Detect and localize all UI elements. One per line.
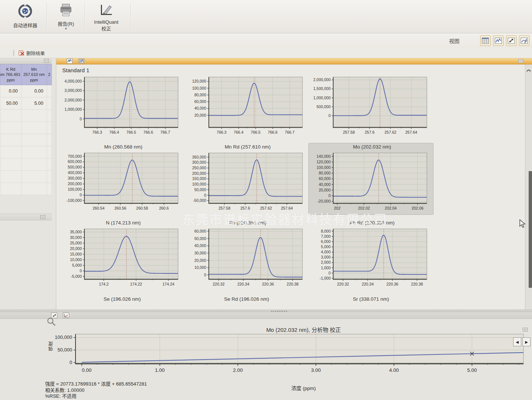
collapse-pane-button[interactable] [40,215,45,219]
svg-text:202.06: 202.06 [412,206,424,210]
scroll-up-arrow[interactable] [526,67,532,73]
svg-text:20,000: 20,000 [319,188,331,192]
svg-text:60,000: 60,000 [319,176,331,181]
spectrum-chart-pb[interactable]: Pb (220.353 nm)010,00020,00030,00040,000… [184,219,309,290]
cell-mn-std2[interactable]: 5.00 [21,97,47,109]
svg-text:0: 0 [70,360,72,365]
spectrum-chart-k-rd[interactable]: 01,000,0002,000,0003,000,0004,000,000766… [60,75,184,139]
spectrum-chart-mn-257[interactable]: 0500,0001,000,0001,500,0002,000,000257.5… [309,75,433,139]
svg-text:766.4: 766.4 [109,130,119,134]
collapse-pane-button[interactable] [44,59,49,63]
svg-text:260.54: 260.54 [93,206,104,210]
svg-text:220.32: 220.32 [337,282,349,286]
scroll-right-button[interactable]: ▶ [522,337,531,346]
expand-arrows-icon [508,37,515,44]
svg-text:20,000: 20,000 [194,113,206,117]
cell-k-rd-std2[interactable]: 50.00 [0,97,21,109]
column-header-partial[interactable]: 2 [47,64,52,85]
svg-text:350,000: 350,000 [192,155,206,159]
svg-text:40,000: 40,000 [194,243,206,248]
svg-text:202: 202 [334,206,341,210]
svg-text:766.5: 766.5 [251,130,260,134]
svg-text:60,000: 60,000 [194,99,206,104]
spectrum-chart-pb-rd[interactable]: Pb Rd (220.353 nm)-1,00001,0002,0003,000… [309,219,433,290]
calibration-rse: %RSE: 不适用 [45,393,147,400]
svg-text:1,000: 1,000 [321,266,331,270]
spectra-pane: Standard 1 01,000,0002,000,0003,000,0004… [56,58,532,310]
svg-text:0: 0 [204,193,206,197]
svg-text:-50,000: -50,000 [193,198,206,203]
spectra-view-toggle-icon[interactable] [67,59,73,64]
intelliquant-label-1: IntelliQuant [94,19,118,25]
autosampler-button[interactable]: 自动进样器 [5,2,45,31]
svg-text:766.5: 766.5 [126,130,136,134]
chart-view-button[interactable] [493,36,503,46]
results-pane-footer [0,214,52,220]
svg-text:260.6: 260.6 [159,206,169,210]
intelliquant-label-2: 校正 [101,26,111,31]
spectra-table-toggle-icon[interactable] [78,59,84,64]
table-view-button[interactable] [480,36,491,46]
svg-text:100,000: 100,000 [68,187,82,191]
svg-text:-20,000: -20,000 [317,199,331,203]
spectrum-chart-k[interactable]: 20,00040,00060,00080,000100,000120,00076… [184,75,309,139]
svg-text:4,000: 4,000 [321,250,331,254]
magnifier-icon[interactable] [47,317,56,328]
svg-text:600,000: 600,000 [68,159,82,164]
collapse-pane-button[interactable] [523,328,528,331]
cell-k-rd-std1[interactable]: 0.00 [0,85,21,97]
printer-icon [50,3,82,19]
table-row: 50.00 5.00 [0,97,52,109]
svg-text:60,000: 60,000 [194,229,206,233]
svg-text:6,000: 6,000 [321,239,331,244]
svg-text:2,000,000: 2,000,000 [313,77,331,82]
spectrum-chart-mo[interactable]: Mo (202.032 nm)-20,000020,00040,00060,00… [309,143,433,214]
ribbon-separator [130,3,131,30]
svg-text:1,500,000: 1,500,000 [313,86,331,91]
chart-title-sr: Sr (338.071 nm) [309,296,433,302]
svg-text:120,000: 120,000 [192,79,206,83]
svg-text:5,000: 5,000 [321,244,331,249]
spectrum-chart-mn-260[interactable]: Mn (260.568 nm)-100,0000100,000200,00030… [60,143,184,214]
cell-mn-std1[interactable]: 0.00 [21,85,47,97]
svg-text:0: 0 [80,117,82,121]
svg-text:10,000: 10,000 [70,257,82,262]
svg-text:220.36: 220.36 [262,282,274,286]
delete-results-button[interactable]: 删除结果 [16,49,47,57]
collapse-pane-button[interactable] [518,59,523,63]
svg-text:220.34: 220.34 [362,282,374,286]
report-button[interactable]: 报告(R) ▾ [50,2,82,31]
column-header-mn[interactable]: Mn257.610 nmppm [21,64,47,85]
svg-text:500,000: 500,000 [68,165,82,169]
spectrum-chart-n[interactable]: N (174.213 nm)-5,00005,00010,00015,00020… [60,219,184,290]
expand-view-button[interactable] [506,36,516,46]
column-header-k-rd[interactable]: K Rd766.491 nmppm [0,64,21,85]
svg-text:766.6: 766.6 [143,130,153,134]
spectra-scroll-area[interactable]: Standard 1 01,000,0002,000,0003,000,0004… [56,64,525,310]
calibration-chart-icon[interactable] [63,313,69,318]
svg-text:766.6: 766.6 [268,130,277,134]
calibration-chart[interactable]: 050,000100,0000.001.002.003.004.005.00 [44,332,529,379]
svg-text:40,000: 40,000 [194,106,206,110]
calibration-statistics: 强度 = 20773.17699316 * 浓度 + 685.65547281 … [45,381,147,400]
svg-text:202.04: 202.04 [385,206,397,210]
svg-text:4.00: 4.00 [389,367,399,373]
svg-text:7,000: 7,000 [321,234,331,239]
results-action-bar: 删除结果 [0,48,532,58]
toolbar-grip [13,50,14,56]
scroll-left-button[interactable]: ◀ [513,337,521,346]
svg-text:0: 0 [328,193,331,198]
svg-text:220.32: 220.32 [213,282,225,286]
svg-text:766.7: 766.7 [160,130,170,134]
intelliquant-calibration-button[interactable]: IntelliQuant 校正 [86,2,127,31]
svg-text:257.62: 257.62 [385,130,397,134]
pane-splitter[interactable] [0,310,532,312]
spectrum-chart-mn-rd[interactable]: Mn Rd (257.610 nm)-50,000050,000100,0001… [184,143,309,214]
svg-text:50,000: 50,000 [194,187,206,192]
svg-text:257.58: 257.58 [218,206,230,210]
calibration-equation: 强度 = 20773.17699316 * 浓度 + 685.65547281 [45,381,147,387]
standard-title: Standard 1 [62,67,525,73]
chart-edit-view-button[interactable] [519,36,529,46]
svg-text:10,000: 10,000 [194,265,206,270]
calibration-pane-header [0,312,532,319]
